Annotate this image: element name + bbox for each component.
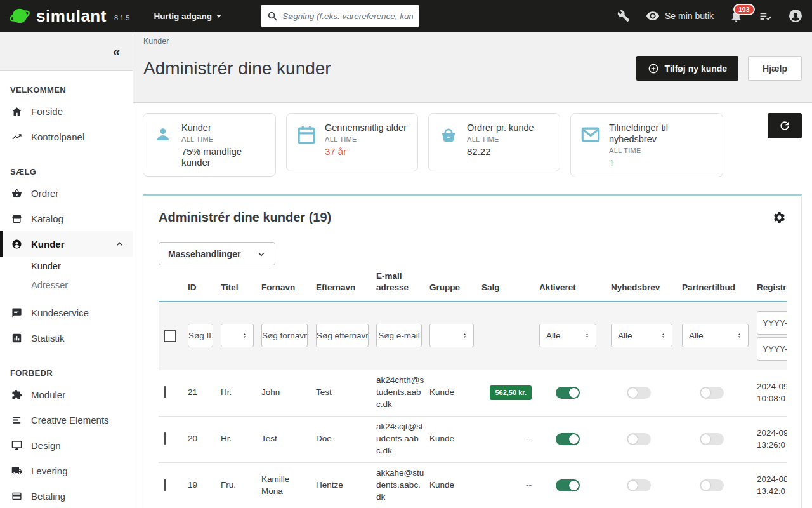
email-filter-input[interactable] [376,324,422,347]
row-checkbox[interactable] [164,432,166,444]
sidebar-item-kunder[interactable]: Kunder [0,231,133,257]
fornavn-filter-input[interactable] [261,324,308,347]
partnertilbud-toggle[interactable] [700,479,724,491]
select-all-checkbox[interactable] [164,330,176,342]
aktiveret-toggle[interactable] [556,479,580,491]
sidebar-collapse-strip: « [0,32,133,71]
refresh-kpi-button[interactable] [768,113,802,138]
search-icon [267,11,278,22]
topbar: simulant 8.1.5 Hurtig adgang Se min buti… [0,0,812,32]
sidebar-subitem-kunder[interactable]: Kunder [0,257,133,276]
col-efternavn[interactable]: Efternavn [316,282,376,293]
select-arrows-icon [241,332,248,339]
account-button[interactable] [788,8,803,23]
section-title-saelg: SÆLG [0,167,133,177]
caret-down-icon [216,15,221,18]
select-arrows-icon [660,332,667,339]
nyhedsbrev-toggle[interactable] [627,387,651,399]
nyhedsbrev-filter-select[interactable]: Alle [611,324,672,347]
store-icon [11,213,22,224]
partnertilbud-toggle[interactable] [700,433,724,445]
select-arrows-icon [736,332,743,339]
sidebar-item-creative-elements[interactable]: Creative Elements [0,407,133,432]
basket-icon [438,124,459,145]
credit-card-icon [11,491,22,502]
bar-chart-icon [11,333,22,344]
customers-table: ID Titel Fornavn Efternavn E-mail adress… [159,271,787,508]
sidebar-item-betaling[interactable]: Betaling [0,483,133,508]
nyhedsbrev-toggle[interactable] [627,433,651,445]
notification-count-badge: 193 [733,4,755,15]
kpi-value: 82.22 [467,146,534,157]
sidebar-subitem-adresser[interactable]: Adresser [0,276,133,295]
col-partnertilbud[interactable]: Partnertilbud [682,282,757,293]
view-shop-link[interactable]: Se min butik [646,9,714,23]
truck-icon [11,465,22,476]
chevron-up-icon [115,240,124,248]
sidebar-item-statistik[interactable]: Statistik [0,325,133,351]
partnertilbud-filter-select[interactable]: Alle [682,324,749,347]
mail-icon [580,124,601,145]
table-row[interactable]: 19 Fru. Kamille Mona Hentze akkahe@stude… [159,463,787,508]
sidebar-item-kontrolpanel[interactable]: Kontrolpanel [0,124,133,149]
partnertilbud-toggle[interactable] [700,387,724,399]
sidebar: « VELKOMMEN Forside Kontrolpanel SÆLG [0,32,133,508]
col-email[interactable]: E-mail adresse [376,271,429,293]
sidebar-collapse-button[interactable]: « [113,45,120,58]
col-id[interactable]: ID [188,282,221,293]
col-salg[interactable]: Salg [481,282,539,293]
aktiveret-toggle[interactable] [556,433,580,445]
add-customer-button[interactable]: Tilføj ny kunde [636,56,739,81]
row-checkbox[interactable] [164,479,166,491]
col-fornavn[interactable]: Fornavn [261,282,316,293]
sidebar-item-ordrer[interactable]: Ordrer [0,180,133,206]
id-filter-input[interactable] [188,324,213,347]
brand-logo-icon [9,5,30,27]
registration-date: 2024-0813:42:0 [757,474,787,498]
quick-access-menu[interactable]: Hurtig adgang [154,11,221,21]
customers-panel: Administrér dine kunder (19) Massehandli… [143,194,802,508]
list-check-icon [759,10,772,23]
breadcrumb: Kunder [143,37,802,46]
filter-row: Alle Alle Alle [159,302,787,370]
search-input[interactable] [282,11,413,21]
gear-icon [773,211,786,224]
sidebar-item-levering[interactable]: Levering [0,458,133,483]
sidebar-item-moduler[interactable]: Moduler [0,382,133,407]
col-aktiveret[interactable]: Aktiveret [539,282,611,293]
grid-settings-button[interactable] [773,211,786,224]
debug-wrench-button[interactable] [617,10,630,22]
brand-name: simulant [36,6,107,26]
orders-list-button[interactable] [759,10,772,23]
bulk-actions-button[interactable]: Massehandlinger [159,242,275,265]
date-from-input[interactable] [757,311,787,335]
aktiveret-toggle[interactable] [556,387,580,399]
bars-icon [11,415,22,425]
row-checkbox[interactable] [164,386,166,398]
help-button[interactable]: Hjælp [748,56,802,81]
nyhedsbrev-toggle[interactable] [627,479,651,491]
col-nyhedsbrev[interactable]: Nyhedsbrev [611,282,682,293]
brand[interactable]: simulant [9,5,107,27]
sidebar-item-design[interactable]: Design [0,432,133,458]
efternavn-filter-input[interactable] [316,324,369,347]
gruppe-filter-select[interactable] [429,324,474,347]
aktiveret-filter-select[interactable]: Alle [539,324,596,347]
sidebar-item-forside[interactable]: Forside [0,98,133,124]
titel-filter-select[interactable] [221,324,254,347]
table-row[interactable]: 20 Hr. Test Doe ak24scjt@students.aabc.d… [159,417,787,463]
wrench-icon [617,10,630,22]
col-registrering[interactable]: Registrering [757,282,787,293]
kpi-value: 75% mandlige kunder [181,146,266,168]
table-header-row: ID Titel Fornavn Efternavn E-mail adress… [159,271,787,302]
sidebar-item-kundeservice[interactable]: Kundeservice [0,300,133,325]
table-row[interactable]: 21 Hr. John Test ak24chth@students.aabc.… [159,370,787,417]
date-to-input[interactable] [757,337,787,361]
basket-icon [11,188,22,199]
sidebar-item-katalog[interactable]: Katalog [0,206,133,231]
notifications-button[interactable]: 193 [730,10,743,23]
col-gruppe[interactable]: Gruppe [429,282,481,293]
select-arrows-icon [584,332,591,339]
col-titel[interactable]: Titel [221,282,261,293]
topbar-actions: Se min butik 193 [617,8,803,23]
